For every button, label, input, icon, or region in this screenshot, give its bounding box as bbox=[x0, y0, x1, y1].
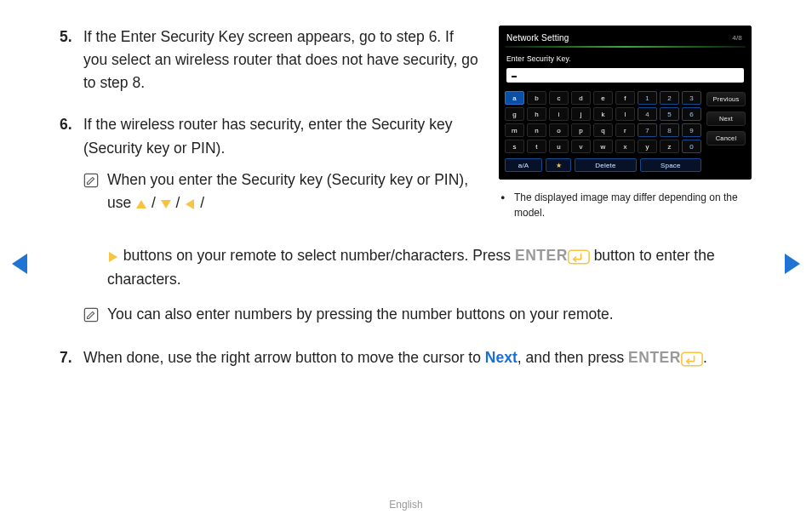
key-5[interactable]: 5 bbox=[660, 107, 679, 121]
enter-icon bbox=[568, 245, 590, 268]
key-3[interactable]: 3 bbox=[682, 91, 701, 105]
arrow-left-icon bbox=[184, 192, 196, 215]
instruction-text: 5. If the Enter Security Key screen appe… bbox=[60, 26, 499, 236]
key-j[interactable]: j bbox=[571, 107, 591, 121]
security-key-input[interactable] bbox=[506, 68, 744, 83]
key-case-toggle[interactable]: a/A bbox=[505, 158, 542, 172]
key-8[interactable]: 8 bbox=[660, 123, 679, 137]
bullet-icon: ● bbox=[499, 190, 514, 220]
key-1[interactable]: 1 bbox=[638, 91, 657, 105]
key-space[interactable]: Space bbox=[640, 158, 701, 172]
svg-rect-0 bbox=[84, 174, 97, 186]
screenshot-divider bbox=[505, 46, 746, 48]
next-label: Next bbox=[485, 349, 518, 366]
footer-language: English bbox=[0, 499, 812, 511]
key-9[interactable]: 9 bbox=[682, 123, 701, 137]
key-n[interactable]: n bbox=[527, 123, 546, 137]
svg-rect-3 bbox=[682, 352, 702, 366]
screenshot-title: Network Setting bbox=[506, 33, 569, 43]
key-h[interactable]: h bbox=[527, 107, 546, 121]
step-number-5: 5. bbox=[60, 26, 83, 94]
note-icon bbox=[83, 168, 107, 215]
screenshot-network-setting: Network Setting 4/8 Enter Security Key. … bbox=[499, 26, 752, 180]
key-o[interactable]: o bbox=[549, 123, 569, 137]
key-l[interactable]: l bbox=[615, 107, 635, 121]
key-0[interactable]: 0 bbox=[682, 140, 701, 153]
key-y[interactable]: y bbox=[638, 140, 657, 153]
key-delete[interactable]: Delete bbox=[575, 158, 636, 172]
note-text-1-cont: buttons on your remote to select number/… bbox=[107, 244, 752, 291]
arrow-down-icon bbox=[160, 192, 172, 215]
screenshot-caption: ● The displayed image may differ dependi… bbox=[499, 190, 752, 220]
step-number-6: 6. bbox=[60, 113, 83, 226]
key-a[interactable]: a bbox=[505, 91, 524, 105]
key-x[interactable]: x bbox=[615, 140, 635, 153]
key-c[interactable]: c bbox=[549, 91, 569, 105]
key-d[interactable]: d bbox=[571, 91, 591, 105]
key-k[interactable]: k bbox=[593, 107, 613, 121]
key-e[interactable]: e bbox=[593, 91, 613, 105]
cancel-button[interactable]: Cancel bbox=[706, 131, 746, 146]
step-number-7: 7. bbox=[60, 346, 83, 370]
key-v[interactable]: v bbox=[571, 140, 591, 153]
arrow-right-icon bbox=[107, 245, 119, 268]
screenshot-page: 4/8 bbox=[732, 34, 742, 42]
step-text-5: If the Enter Security Key screen appears… bbox=[83, 26, 478, 94]
key-q[interactable]: q bbox=[593, 123, 613, 137]
note-text-2: You can also enter numbers by pressing t… bbox=[107, 303, 614, 326]
key-6[interactable]: 6 bbox=[682, 107, 701, 121]
key-7[interactable]: 7 bbox=[638, 123, 657, 137]
previous-button[interactable]: Previous bbox=[706, 92, 746, 106]
key-4[interactable]: 4 bbox=[638, 107, 657, 121]
key-t[interactable]: t bbox=[527, 140, 546, 153]
enter-icon bbox=[681, 347, 703, 370]
key-r[interactable]: r bbox=[615, 123, 635, 137]
key-p[interactable]: p bbox=[571, 123, 591, 137]
arrow-up-icon bbox=[135, 192, 147, 215]
screenshot-label: Enter Security Key. bbox=[506, 54, 744, 63]
note-text-1: When you enter the Security key (Securit… bbox=[107, 168, 478, 215]
key-u[interactable]: u bbox=[549, 140, 569, 153]
svg-rect-1 bbox=[569, 250, 589, 264]
key-m[interactable]: m bbox=[505, 123, 524, 137]
svg-rect-2 bbox=[84, 308, 97, 321]
enter-label: ENTER bbox=[515, 247, 568, 264]
key-i[interactable]: i bbox=[549, 107, 569, 121]
next-button[interactable]: Next bbox=[706, 111, 746, 126]
key-g[interactable]: g bbox=[505, 107, 524, 121]
key-z[interactable]: z bbox=[660, 140, 679, 153]
key-star[interactable]: ★ bbox=[546, 158, 571, 172]
step-text-6: If the wireless router has security, ent… bbox=[83, 116, 452, 156]
step-text-7: When done, use the right arrow button to… bbox=[83, 346, 752, 370]
key-b[interactable]: b bbox=[527, 91, 546, 105]
key-f[interactable]: f bbox=[615, 91, 635, 105]
key-2[interactable]: 2 bbox=[660, 91, 679, 105]
key-s[interactable]: s bbox=[505, 140, 524, 153]
enter-label: ENTER bbox=[628, 349, 681, 366]
note-icon bbox=[83, 303, 107, 326]
onscreen-keyboard[interactable]: abcdef123 ghijkl456 mnopqr789 stuvwxyz0 … bbox=[505, 91, 701, 172]
key-w[interactable]: w bbox=[593, 140, 613, 153]
